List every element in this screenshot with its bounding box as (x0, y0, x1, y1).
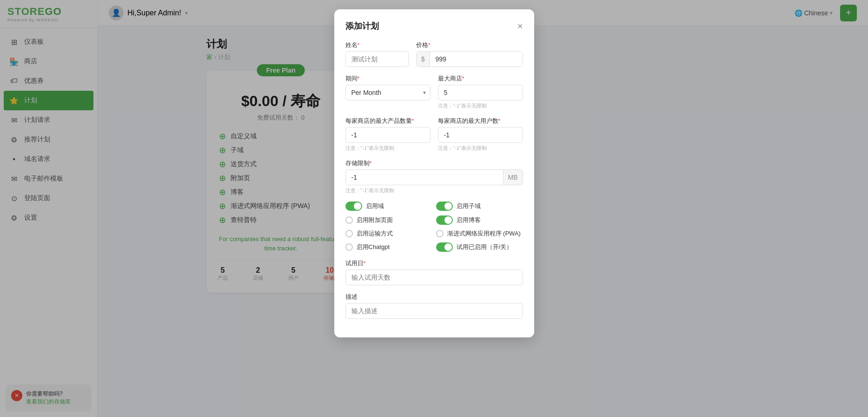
storage-hint: 注意："-1"表示无限制 (345, 187, 523, 194)
form-row-description: 描述 (345, 293, 523, 319)
form-row-storage: 存储限制* MB 注意："-1"表示无限制 (345, 159, 523, 194)
toggle-enable-subdomain: 启用子域 (436, 202, 523, 211)
toggle-knob (354, 202, 361, 210)
enable-pwa-label: 渐进式网络应用程序 (PWA) (447, 229, 521, 238)
radio-enable-addon-page: 启用附加页面 (345, 215, 432, 225)
trial-days-input[interactable] (345, 269, 523, 285)
max-products-hint: 注意："-1"表示无限制 (345, 145, 431, 152)
enable-pwa-radio[interactable] (436, 230, 444, 237)
enable-chatgpt-label: 启用Chatgpt (357, 243, 390, 251)
max-products-input[interactable] (345, 127, 431, 143)
storage-input[interactable] (346, 170, 503, 185)
description-label: 描述 (345, 293, 523, 301)
radio-enable-chatgpt: 启用Chatgpt (345, 242, 432, 252)
enable-subdomain-label: 启用子域 (457, 202, 481, 210)
enable-addon-page-radio[interactable] (345, 216, 353, 224)
toggle-knob (444, 243, 452, 251)
radio-enable-pwa: 渐进式网络应用程序 (PWA) (436, 229, 523, 238)
form-group-storage: 存储限制* MB 注意："-1"表示无限制 (345, 159, 523, 194)
modal-close-button[interactable]: × (517, 21, 523, 32)
price-input[interactable] (430, 52, 523, 67)
price-label: 价格* (416, 41, 523, 49)
max-stores-label: 最大商店* (438, 74, 523, 83)
form-group-trial-days: 试用日* (345, 259, 523, 285)
storage-input-wrapper: MB (345, 169, 523, 185)
toggle-enable-domain: 启用域 (345, 202, 432, 211)
enable-chatgpt-radio[interactable] (345, 243, 353, 251)
storage-suffix: MB (503, 170, 523, 185)
form-group-period: 期间* Per Month Per Year Lifetime ▾ (345, 74, 431, 109)
max-users-label: 每家商店的最大用户数* (438, 117, 523, 125)
max-users-hint: 注意："-1"表示无限制 (438, 145, 523, 152)
description-input[interactable] (345, 303, 523, 319)
max-stores-input[interactable] (438, 85, 523, 101)
form-row-name-price: 姓名* 价格* $ (345, 41, 523, 67)
form-row-trial-days: 试用日* (345, 259, 523, 285)
toggles-grid: 启用域 启用子域 启用附加页面 启用博客 (345, 202, 523, 252)
period-label: 期间* (345, 74, 431, 83)
price-input-wrapper: $ (416, 51, 523, 67)
enable-transport-radio[interactable] (345, 230, 353, 237)
form-group-price: 价格* $ (416, 41, 523, 67)
toggle-enable-blog: 启用博客 (436, 215, 523, 225)
modal-header: 添加计划 × (345, 20, 523, 32)
trial-days-label: 试用日* (345, 259, 523, 268)
trial-enabled-label: 试用已启用（开/关） (457, 243, 513, 251)
enable-addon-page-label: 启用附加页面 (357, 216, 393, 224)
storage-label: 存储限制* (345, 159, 523, 168)
form-group-max-products: 每家商店的最大产品数量* 注意："-1"表示无限制 (345, 117, 431, 152)
toggle-trial-enabled: 试用已启用（开/关） (436, 242, 523, 252)
radio-enable-transport: 启用运输方式 (345, 229, 432, 238)
toggle-knob (444, 202, 452, 210)
enable-domain-label: 启用域 (366, 202, 384, 210)
enable-domain-toggle[interactable] (345, 202, 362, 211)
form-group-name: 姓名* (345, 41, 409, 67)
enable-blog-label: 启用博客 (457, 216, 481, 224)
form-group-max-stores: 最大商店* 注意："-1"表示无限制 (438, 74, 523, 109)
max-stores-hint: 注意："-1"表示无限制 (438, 102, 523, 109)
enable-subdomain-toggle[interactable] (436, 202, 453, 211)
form-group-max-users: 每家商店的最大用户数* 注意："-1"表示无限制 (438, 117, 523, 152)
max-products-label: 每家商店的最大产品数量* (345, 117, 431, 125)
max-users-input[interactable] (438, 127, 523, 143)
toggle-knob (444, 216, 452, 224)
price-prefix: $ (417, 52, 430, 67)
period-select-wrapper: Per Month Per Year Lifetime ▾ (345, 85, 431, 101)
name-label: 姓名* (345, 41, 409, 49)
add-plan-modal: 添加计划 × 姓名* 价格* $ (334, 9, 534, 337)
modal-overlay: 添加计划 × 姓名* 价格* $ (0, 0, 868, 417)
enable-blog-toggle[interactable] (436, 215, 453, 225)
enable-transport-label: 启用运输方式 (357, 229, 393, 238)
trial-enabled-toggle[interactable] (436, 242, 453, 252)
form-group-description: 描述 (345, 293, 523, 319)
name-input[interactable] (345, 51, 409, 67)
modal-title: 添加计划 (345, 20, 379, 32)
form-row-products-users: 每家商店的最大产品数量* 注意："-1"表示无限制 每家商店的最大用户数* 注意… (345, 117, 523, 152)
period-select[interactable]: Per Month Per Year Lifetime (345, 85, 431, 101)
form-row-period-stores: 期间* Per Month Per Year Lifetime ▾ 最大商店* … (345, 74, 523, 109)
